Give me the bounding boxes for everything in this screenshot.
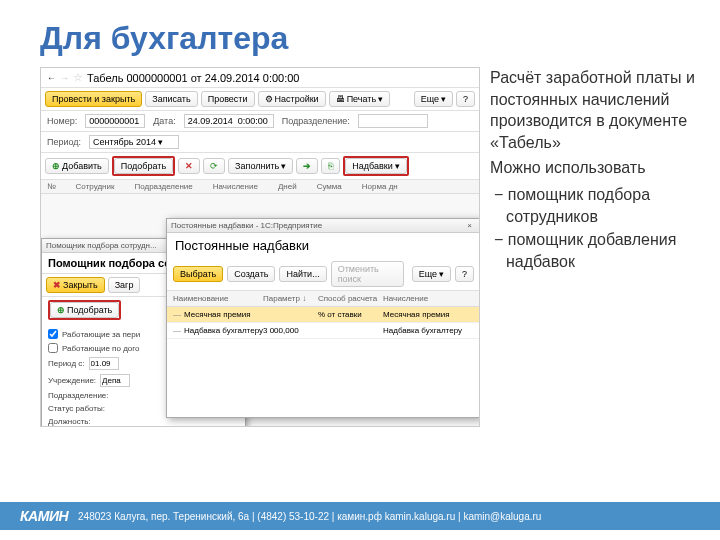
- delete-button[interactable]: ✕: [178, 158, 200, 174]
- star-icon[interactable]: ☆: [73, 71, 83, 84]
- col-calc: Начисление: [213, 182, 258, 191]
- grid-toolbar: ⊕ Добавить Подобрать ✕ ⟳ Заполнить ▾ ➔ ⎘…: [41, 153, 479, 180]
- helper-load-button[interactable]: Загр: [108, 277, 141, 293]
- bonus-help-button[interactable]: ?: [455, 266, 474, 282]
- text-para-2: Можно использовать: [490, 157, 710, 179]
- col-emp: Сотрудник: [76, 182, 115, 191]
- close-icon[interactable]: ×: [463, 221, 476, 230]
- chk-working-period[interactable]: [48, 329, 58, 339]
- period-label: Период:: [47, 137, 81, 147]
- pick-button[interactable]: Подобрать: [114, 158, 173, 174]
- settings-button[interactable]: ⚙Настройки: [258, 91, 326, 107]
- plus-icon: ⊕: [52, 161, 60, 171]
- text-para-1: Расчёт заработной платы и постоянных нач…: [490, 67, 710, 153]
- help-button[interactable]: ?: [456, 91, 475, 107]
- window-title: Табель 0000000001 от 24.09.2014 0:00:00: [87, 72, 300, 84]
- helper-close-button[interactable]: ✖ Закрыть: [46, 277, 105, 293]
- copy-button[interactable]: ⎘: [321, 158, 340, 174]
- org-label: Учреждение:: [48, 376, 96, 385]
- nav-fwd-icon[interactable]: →: [60, 73, 69, 83]
- write-button[interactable]: Записать: [145, 91, 197, 107]
- bonus-table: Наименование Параметр ↓ Способ расчета Н…: [167, 291, 480, 339]
- main-toolbar: Провести и закрыть Записать Провести ⚙На…: [41, 88, 479, 111]
- gear-icon: ⚙: [265, 94, 273, 104]
- printer-icon: 🖶: [336, 94, 345, 104]
- bcol-name: Наименование: [173, 294, 263, 303]
- tabel-window: ← → ☆ Табель 0000000001 от 24.09.2014 0:…: [41, 68, 479, 194]
- create-button[interactable]: Создать: [227, 266, 275, 282]
- cancel-search-button[interactable]: Отменить поиск: [331, 261, 404, 287]
- bonus-toolbar: Выбрать Создать Найти... Отменить поиск …: [167, 258, 480, 291]
- refresh-button[interactable]: ⟳: [203, 158, 225, 174]
- next-button[interactable]: ➔: [296, 158, 318, 174]
- bonus-window: Постоянные надбавки - 1С:Предприятие × П…: [166, 218, 480, 418]
- x-icon: ✖: [53, 280, 61, 290]
- table-row[interactable]: —Месячная премия % от ставки Месячная пр…: [167, 307, 480, 323]
- app-screenshot: ← → ☆ Табель 0000000001 от 24.09.2014 0:…: [40, 67, 480, 427]
- period-from-field[interactable]: [89, 357, 119, 370]
- select-button[interactable]: Выбрать: [173, 266, 223, 282]
- org-field[interactable]: [100, 374, 130, 387]
- bonus-title: Постоянные надбавки: [167, 233, 480, 258]
- footer-info: 248023 Калуга, пер. Теренинский, 6а | (4…: [78, 511, 541, 522]
- arrow-right-icon: ➔: [303, 161, 311, 171]
- number-field[interactable]: [85, 114, 145, 128]
- col-norm: Норма дн: [362, 182, 398, 191]
- helper-pick-button[interactable]: ⊕ Подобрать: [50, 302, 119, 318]
- table-row[interactable]: —Надбавка бухгалтеру 3 000,000 Надбавка …: [167, 323, 480, 339]
- copy-icon: ⎘: [328, 161, 333, 171]
- bullet-2: помощник добавления надбавок: [498, 228, 710, 273]
- plus-icon: ⊕: [57, 305, 65, 315]
- slide-text: Расчёт заработной платы и постоянных нач…: [490, 67, 710, 427]
- chk-contract[interactable]: [48, 343, 58, 353]
- nav-back-icon[interactable]: ←: [47, 73, 56, 83]
- dept-label: Подразделение:: [282, 116, 350, 126]
- period-field[interactable]: [89, 135, 179, 149]
- footer-logo: КАМИН: [20, 508, 68, 524]
- col-sum: Сумма: [317, 182, 342, 191]
- bonus-table-header: Наименование Параметр ↓ Способ расчета Н…: [167, 291, 480, 307]
- status-label: Статус работы:: [48, 404, 105, 413]
- fill-button[interactable]: Заполнить ▾: [228, 158, 293, 174]
- bonus-chrome-title: Постоянные надбавки - 1С:Предприятие: [171, 221, 322, 230]
- bcol-param: Параметр ↓: [263, 294, 318, 303]
- grid-header: № Сотрудник Подразделение Начисление Дне…: [41, 180, 479, 194]
- bcol-calc: Начисление: [383, 294, 474, 303]
- bonus-button[interactable]: Надбавки ▾: [345, 158, 406, 174]
- date-field[interactable]: [184, 114, 274, 128]
- chevron-down-icon: ▾: [378, 94, 383, 104]
- col-days: Дней: [278, 182, 297, 191]
- col-dept: Подразделение: [134, 182, 192, 191]
- print-button[interactable]: 🖶Печать ▾: [329, 91, 390, 107]
- h-dept-label: Подразделение:: [48, 391, 109, 400]
- slide-title: Для бухгалтера: [0, 0, 720, 67]
- window-titlebar: ← → ☆ Табель 0000000001 от 24.09.2014 0:…: [41, 68, 479, 88]
- col-n: №: [47, 182, 56, 191]
- position-label: Должность:: [48, 417, 91, 426]
- bonus-more-button[interactable]: Еще ▾: [412, 266, 451, 282]
- header-fields: Номер: Дата: Подразделение:: [41, 111, 479, 132]
- more-button[interactable]: Еще ▾: [414, 91, 453, 107]
- bullet-1: помощник подбора сотрудников: [498, 183, 710, 228]
- chk-working-period-label: Работающие за пери: [62, 330, 140, 339]
- chk-contract-label: Работающие по дого: [62, 344, 139, 353]
- refresh-icon: ⟳: [210, 161, 218, 171]
- number-label: Номер:: [47, 116, 77, 126]
- dept-field[interactable]: [358, 114, 428, 128]
- date-label: Дата:: [153, 116, 175, 126]
- find-button[interactable]: Найти...: [279, 266, 326, 282]
- add-button[interactable]: ⊕ Добавить: [45, 158, 109, 174]
- post-button[interactable]: Провести: [201, 91, 255, 107]
- period-from-label: Период с:: [48, 359, 85, 368]
- post-close-button[interactable]: Провести и закрыть: [45, 91, 142, 107]
- bonus-chrome: Постоянные надбавки - 1С:Предприятие ×: [167, 219, 480, 233]
- footer-bar: КАМИН 248023 Калуга, пер. Теренинский, 6…: [0, 502, 720, 530]
- x-icon: ✕: [185, 161, 193, 171]
- period-row: Период:: [41, 132, 479, 153]
- bcol-method: Способ расчета: [318, 294, 383, 303]
